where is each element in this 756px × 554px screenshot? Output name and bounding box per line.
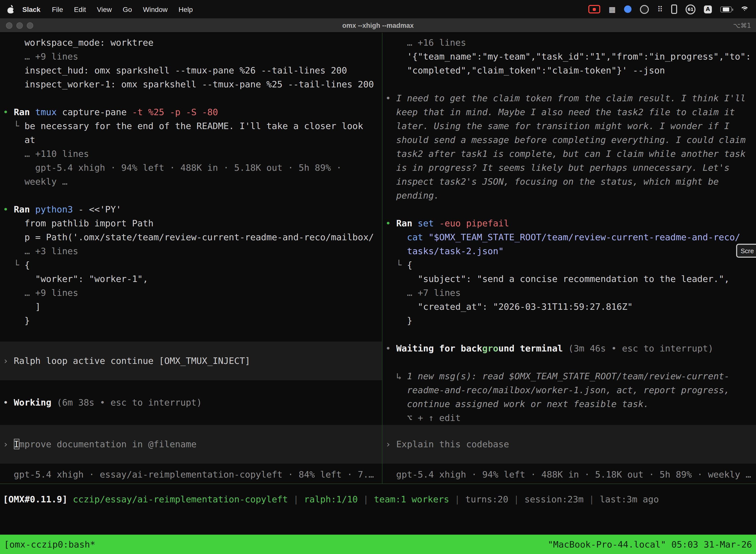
meter-icon[interactable] xyxy=(671,4,677,14)
blank xyxy=(0,91,382,105)
thinking: keep that in mind. Maybe I also need the… xyxy=(382,105,756,119)
menu-go[interactable]: Go xyxy=(123,5,132,13)
gauge-icon[interactable]: 61 xyxy=(686,4,695,14)
zoom-button[interactable] xyxy=(27,22,33,29)
screen-overlay-button[interactable]: Scre xyxy=(736,244,756,258)
tmux-status-bar: [omx-cczip0:bash* "MacBook-Pro-44.local"… xyxy=(0,535,756,554)
config-line: inspect_hud: omx sparkshell --tmux-pane … xyxy=(0,63,382,77)
minimize-button[interactable] xyxy=(16,22,23,29)
apple-menu-icon[interactable] xyxy=(7,5,14,13)
thinking: inspect task2's JSON, focusing on the st… xyxy=(382,175,756,189)
left-terminal-pane[interactable]: workspace_mode: worktree … +9 lines insp… xyxy=(0,33,382,484)
config-line: workspace_mode: worktree xyxy=(0,36,382,50)
left-working-status: • Working (6m 38s • esc to interrupt) xyxy=(0,396,382,409)
mailbox-note: readme-and-reco/mailbox/worker-1.json, a… xyxy=(382,383,756,397)
menu-view[interactable]: View xyxy=(97,5,112,13)
left-composer-ralph[interactable]: › Ralph loop active continue [OMX_TMUX_I… xyxy=(0,341,382,380)
command-output: weekly … xyxy=(0,175,382,189)
command-output: at xyxy=(0,133,382,147)
terminal-panes: workspace_mode: worktree … +9 lines insp… xyxy=(0,33,756,484)
blue-app-icon[interactable] xyxy=(624,5,631,13)
menu-bar: Slack FileEditViewGoWindowHelp ▦ ⠿ 61 A xyxy=(0,0,756,18)
thinking: should send a message before completing … xyxy=(382,133,756,147)
right-pane-footer: gpt-5.4 xhigh · 94% left · 488K in · 5.1… xyxy=(382,467,756,482)
tmux-session-label: [omx-cczip0:bash* xyxy=(4,539,95,550)
command-output: gpt-5.4 xhigh · 94% left · 488K in · 5.1… xyxy=(0,161,382,175)
blank xyxy=(382,355,756,369)
thinking: task2 after task1 is complete, but can I… xyxy=(382,147,756,161)
menu-help[interactable]: Help xyxy=(179,5,193,13)
menu-items: FileEditViewGoWindowHelp xyxy=(46,5,198,13)
right-scrollback: … +16 lines '{"team_name":"my-team","tas… xyxy=(382,36,756,425)
wifi-icon[interactable] xyxy=(740,6,749,13)
omx-status-line: [OMX#0.11.9] cczip/essay/ai-reimplementa… xyxy=(0,492,756,506)
thinking: • I need to get the claim token from the… xyxy=(382,91,756,105)
traffic-lights xyxy=(6,22,33,29)
command-output: └ be necessary for the end of the README… xyxy=(0,119,382,133)
menu-app-name[interactable]: Slack xyxy=(22,5,41,13)
blank xyxy=(382,203,756,216)
working-status: • Working (6m 38s • esc to interrupt) xyxy=(0,396,382,409)
omitted-lines: … +9 lines xyxy=(0,50,382,63)
command-body: p = Path('.omx/state/team/review-current… xyxy=(0,230,382,244)
blank xyxy=(382,77,756,91)
composer-placeholder: › Improve documentation in @filename xyxy=(0,437,382,451)
command-output: └ { xyxy=(0,258,382,272)
command-output: "created_at": "2026-03-31T11:59:27.816Z" xyxy=(382,300,756,314)
right-terminal-pane[interactable]: … +16 lines '{"team_name":"my-team","tas… xyxy=(382,33,756,484)
desktop: Slack FileEditViewGoWindowHelp ▦ ⠿ 61 A … xyxy=(0,0,756,554)
menu-window[interactable]: Window xyxy=(143,5,168,13)
window-shortcut-hint: ⌥⌘1 xyxy=(733,21,751,29)
close-button[interactable] xyxy=(6,22,12,29)
edit-hint: ⌥ + ↑ edit xyxy=(382,411,756,425)
composer-placeholder: › Explain this codebase xyxy=(382,437,756,451)
command-body: '{"team_name":"my-team","task_id":"1","f… xyxy=(382,50,756,63)
window-title: omx --xhigh --madmax xyxy=(342,21,414,29)
left-scrollback: workspace_mode: worktree … +9 lines insp… xyxy=(0,36,382,341)
blank xyxy=(0,189,382,203)
ran-command: • Ran tmux capture-pane -t %25 -p -S -80 xyxy=(0,105,382,119)
omx-status-bar: [OMX#0.11.9] cczip/essay/ai-reimplementa… xyxy=(0,484,756,535)
window-grid-icon[interactable]: ▦ xyxy=(609,5,616,14)
command-output: } xyxy=(0,314,382,328)
thinking: later. Using the same for transition mig… xyxy=(382,119,756,133)
battery-icon[interactable] xyxy=(720,6,732,12)
screen-recording-indicator-icon[interactable] xyxy=(588,5,600,13)
menu-bar-left: Slack FileEditViewGoWindowHelp xyxy=(7,5,198,13)
command-output: ] xyxy=(0,300,382,314)
omitted-lines: … +110 lines xyxy=(0,147,382,161)
menu-edit[interactable]: Edit xyxy=(74,5,86,13)
model-status: gpt-5.4 xhigh · 94% left · 488K in · 5.1… xyxy=(382,467,756,482)
command-output: └ { xyxy=(382,258,756,272)
omitted-lines: … +16 lines xyxy=(382,36,756,50)
omitted-lines: … +9 lines xyxy=(0,286,382,300)
window-title-bar: omx --xhigh --madmax ⌥⌘1 xyxy=(0,18,756,33)
dark-circle-app-icon[interactable] xyxy=(640,5,649,14)
omitted-lines: … +7 lines xyxy=(382,286,756,300)
dots-grid-icon[interactable]: ⠿ xyxy=(657,5,663,14)
model-status: gpt-5.4 xhigh · essay/ai-reimplementatio… xyxy=(0,467,382,482)
input-source-icon[interactable]: A xyxy=(704,5,712,13)
left-pane-footer: gpt-5.4 xhigh · essay/ai-reimplementatio… xyxy=(0,467,382,482)
thinking: pending. xyxy=(382,189,756,203)
thinking: is in progress? It seems likely but perh… xyxy=(382,161,756,175)
command-body: "completed","claim_token":"claim-token"}… xyxy=(382,63,756,77)
command-body: from pathlib import Path xyxy=(0,216,382,230)
mailbox-note: continue assigned work or next feasible … xyxy=(382,397,756,411)
blank xyxy=(382,328,756,341)
omitted-lines: … +3 lines xyxy=(0,244,382,258)
command-output: } xyxy=(382,314,756,328)
menu-bar-status-icons: ▦ ⠿ 61 A xyxy=(588,4,749,14)
menu-file[interactable]: File xyxy=(52,5,63,13)
composer-text: › Ralph loop active continue [OMX_TMUX_I… xyxy=(0,354,382,368)
ran-command: • Ran set -euo pipefail xyxy=(382,216,756,230)
command-body: tasks/task-2.json" xyxy=(382,244,756,258)
blank xyxy=(0,328,382,341)
command-output: "subject": "send a concise recommendatio… xyxy=(382,272,756,286)
mailbox-note: ↳ 1 new msg(s): read $OMX_TEAM_STATE_ROO… xyxy=(382,369,756,383)
tmux-host-clock: "MacBook-Pro-44.local" 05:03 31-Mar-26 xyxy=(548,539,752,550)
left-composer-input[interactable]: › Improve documentation in @filename xyxy=(0,425,382,464)
command-output: "worker": "worker-1", xyxy=(0,272,382,286)
right-composer-input[interactable]: › Explain this codebase xyxy=(382,425,756,464)
config-line: inspect_worker-1: omx sparkshell --tmux-… xyxy=(0,77,382,91)
